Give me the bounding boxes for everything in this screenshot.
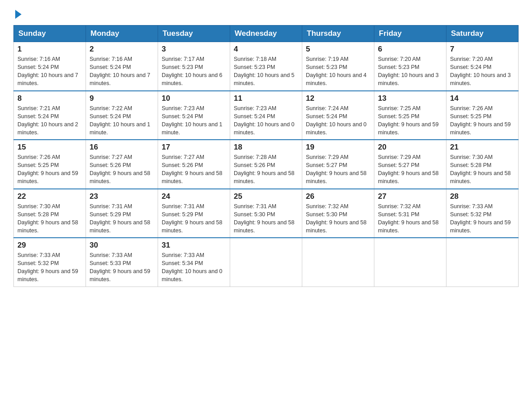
- day-number: 28: [450, 192, 515, 201]
- day-info: Sunrise: 7:17 AMSunset: 5:23 PMDaylight:…: [162, 55, 226, 88]
- week-row-2: 8Sunrise: 7:21 AMSunset: 5:24 PMDaylight…: [14, 91, 519, 140]
- day-number: 12: [306, 94, 370, 103]
- day-info: Sunrise: 7:29 AMSunset: 5:27 PMDaylight:…: [306, 153, 370, 186]
- calendar-cell: [302, 238, 374, 287]
- calendar-cell: 14Sunrise: 7:26 AMSunset: 5:25 PMDayligh…: [446, 91, 519, 140]
- day-number: 6: [378, 45, 442, 54]
- calendar-cell: 8Sunrise: 7:21 AMSunset: 5:24 PMDaylight…: [14, 91, 86, 140]
- day-info: Sunrise: 7:33 AMSunset: 5:34 PMDaylight:…: [162, 251, 226, 284]
- day-number: 14: [450, 94, 515, 103]
- day-info: Sunrise: 7:30 AMSunset: 5:28 PMDaylight:…: [450, 153, 515, 186]
- calendar-cell: 31Sunrise: 7:33 AMSunset: 5:34 PMDayligh…: [158, 238, 230, 287]
- day-info: Sunrise: 7:31 AMSunset: 5:29 PMDaylight:…: [162, 202, 226, 235]
- day-number: 30: [90, 241, 154, 250]
- calendar-cell: 7Sunrise: 7:20 AMSunset: 5:24 PMDaylight…: [446, 42, 519, 91]
- day-info: Sunrise: 7:27 AMSunset: 5:26 PMDaylight:…: [162, 153, 226, 186]
- calendar-cell: 24Sunrise: 7:31 AMSunset: 5:29 PMDayligh…: [158, 189, 230, 238]
- day-number: 23: [90, 192, 154, 201]
- weekday-header-sunday: Sunday: [14, 26, 86, 42]
- day-number: 24: [162, 192, 226, 201]
- weekday-header-saturday: Saturday: [446, 26, 519, 42]
- calendar-cell: 26Sunrise: 7:32 AMSunset: 5:30 PMDayligh…: [302, 189, 374, 238]
- day-number: 16: [90, 143, 154, 152]
- day-number: 29: [17, 241, 82, 250]
- calendar-table: SundayMondayTuesdayWednesdayThursdayFrid…: [13, 25, 519, 287]
- day-info: Sunrise: 7:21 AMSunset: 5:24 PMDaylight:…: [17, 104, 82, 137]
- logo-triangle-icon: [15, 10, 21, 19]
- day-info: Sunrise: 7:33 AMSunset: 5:33 PMDaylight:…: [90, 251, 154, 284]
- calendar-cell: 28Sunrise: 7:33 AMSunset: 5:32 PMDayligh…: [446, 189, 519, 238]
- calendar-cell: 3Sunrise: 7:17 AMSunset: 5:23 PMDaylight…: [158, 42, 230, 91]
- day-info: Sunrise: 7:28 AMSunset: 5:26 PMDaylight:…: [234, 153, 298, 186]
- day-info: Sunrise: 7:20 AMSunset: 5:23 PMDaylight:…: [378, 55, 442, 88]
- calendar-cell: 6Sunrise: 7:20 AMSunset: 5:23 PMDaylight…: [374, 42, 446, 91]
- calendar-cell: 19Sunrise: 7:29 AMSunset: 5:27 PMDayligh…: [302, 140, 374, 189]
- calendar-cell: 22Sunrise: 7:30 AMSunset: 5:28 PMDayligh…: [14, 189, 86, 238]
- calendar-cell: 2Sunrise: 7:16 AMSunset: 5:24 PMDaylight…: [86, 42, 158, 91]
- calendar-cell: 25Sunrise: 7:31 AMSunset: 5:30 PMDayligh…: [230, 189, 302, 238]
- day-number: 8: [17, 94, 82, 103]
- calendar-cell: 9Sunrise: 7:22 AMSunset: 5:24 PMDaylight…: [86, 91, 158, 140]
- day-number: 31: [162, 241, 226, 250]
- day-number: 4: [234, 45, 298, 54]
- day-number: 1: [17, 45, 82, 54]
- calendar-cell: [374, 238, 446, 287]
- calendar-cell: [230, 238, 302, 287]
- calendar-cell: 17Sunrise: 7:27 AMSunset: 5:26 PMDayligh…: [158, 140, 230, 189]
- weekday-header-row: SundayMondayTuesdayWednesdayThursdayFrid…: [14, 26, 519, 42]
- day-number: 19: [306, 143, 370, 152]
- day-number: 7: [450, 45, 515, 54]
- header: [13, 9, 519, 19]
- day-info: Sunrise: 7:32 AMSunset: 5:31 PMDaylight:…: [378, 202, 442, 235]
- day-info: Sunrise: 7:32 AMSunset: 5:30 PMDaylight:…: [306, 202, 370, 235]
- calendar-cell: 29Sunrise: 7:33 AMSunset: 5:32 PMDayligh…: [14, 238, 86, 287]
- calendar-cell: 23Sunrise: 7:31 AMSunset: 5:29 PMDayligh…: [86, 189, 158, 238]
- day-number: 20: [378, 143, 442, 152]
- weekday-header-monday: Monday: [86, 26, 158, 42]
- day-info: Sunrise: 7:33 AMSunset: 5:32 PMDaylight:…: [450, 202, 515, 235]
- day-number: 27: [378, 192, 442, 201]
- logo: [13, 9, 21, 19]
- day-number: 25: [234, 192, 298, 201]
- day-number: 18: [234, 143, 298, 152]
- day-number: 5: [306, 45, 370, 54]
- day-info: Sunrise: 7:16 AMSunset: 5:24 PMDaylight:…: [17, 55, 82, 88]
- day-info: Sunrise: 7:16 AMSunset: 5:24 PMDaylight:…: [90, 55, 154, 88]
- day-number: 15: [17, 143, 82, 152]
- day-number: 2: [90, 45, 154, 54]
- day-number: 21: [450, 143, 515, 152]
- calendar-cell: 1Sunrise: 7:16 AMSunset: 5:24 PMDaylight…: [14, 42, 86, 91]
- day-number: 26: [306, 192, 370, 201]
- day-info: Sunrise: 7:18 AMSunset: 5:23 PMDaylight:…: [234, 55, 298, 88]
- calendar-cell: 15Sunrise: 7:26 AMSunset: 5:25 PMDayligh…: [14, 140, 86, 189]
- day-info: Sunrise: 7:31 AMSunset: 5:29 PMDaylight:…: [90, 202, 154, 235]
- week-row-1: 1Sunrise: 7:16 AMSunset: 5:24 PMDaylight…: [14, 42, 519, 91]
- weekday-header-friday: Friday: [374, 26, 446, 42]
- day-info: Sunrise: 7:23 AMSunset: 5:24 PMDaylight:…: [162, 104, 226, 137]
- day-number: 3: [162, 45, 226, 54]
- calendar-cell: [446, 238, 519, 287]
- calendar-cell: 16Sunrise: 7:27 AMSunset: 5:26 PMDayligh…: [86, 140, 158, 189]
- weekday-header-tuesday: Tuesday: [158, 26, 230, 42]
- weekday-header-wednesday: Wednesday: [230, 26, 302, 42]
- calendar-cell: 20Sunrise: 7:29 AMSunset: 5:27 PMDayligh…: [374, 140, 446, 189]
- calendar-cell: 5Sunrise: 7:19 AMSunset: 5:23 PMDaylight…: [302, 42, 374, 91]
- day-info: Sunrise: 7:26 AMSunset: 5:25 PMDaylight:…: [450, 104, 515, 137]
- week-row-3: 15Sunrise: 7:26 AMSunset: 5:25 PMDayligh…: [14, 140, 519, 189]
- calendar-cell: 21Sunrise: 7:30 AMSunset: 5:28 PMDayligh…: [446, 140, 519, 189]
- calendar-cell: 27Sunrise: 7:32 AMSunset: 5:31 PMDayligh…: [374, 189, 446, 238]
- day-info: Sunrise: 7:22 AMSunset: 5:24 PMDaylight:…: [90, 104, 154, 137]
- calendar-cell: 11Sunrise: 7:23 AMSunset: 5:24 PMDayligh…: [230, 91, 302, 140]
- calendar-cell: 30Sunrise: 7:33 AMSunset: 5:33 PMDayligh…: [86, 238, 158, 287]
- weekday-header-thursday: Thursday: [302, 26, 374, 42]
- week-row-4: 22Sunrise: 7:30 AMSunset: 5:28 PMDayligh…: [14, 189, 519, 238]
- day-number: 11: [234, 94, 298, 103]
- calendar-cell: 10Sunrise: 7:23 AMSunset: 5:24 PMDayligh…: [158, 91, 230, 140]
- calendar-cell: 13Sunrise: 7:25 AMSunset: 5:25 PMDayligh…: [374, 91, 446, 140]
- day-info: Sunrise: 7:23 AMSunset: 5:24 PMDaylight:…: [234, 104, 298, 137]
- day-info: Sunrise: 7:25 AMSunset: 5:25 PMDaylight:…: [378, 104, 442, 137]
- day-info: Sunrise: 7:20 AMSunset: 5:24 PMDaylight:…: [450, 55, 515, 88]
- day-info: Sunrise: 7:24 AMSunset: 5:24 PMDaylight:…: [306, 104, 370, 137]
- day-number: 22: [17, 192, 82, 201]
- day-number: 10: [162, 94, 226, 103]
